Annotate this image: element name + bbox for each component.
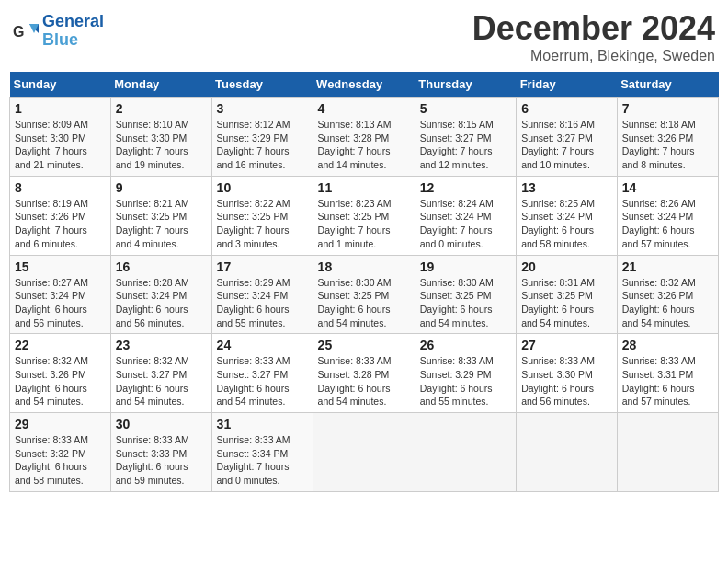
col-header-friday: Friday xyxy=(517,72,618,98)
cell-2-3: 10Sunrise: 8:22 AM Sunset: 3:25 PM Dayli… xyxy=(211,176,313,255)
day-number: 27 xyxy=(521,338,612,352)
cell-info: Sunrise: 8:18 AM Sunset: 3:26 PM Dayligh… xyxy=(622,118,713,172)
cell-2-2: 9Sunrise: 8:21 AM Sunset: 3:25 PM Daylig… xyxy=(110,176,211,255)
cell-info: Sunrise: 8:33 AM Sunset: 3:32 PM Dayligh… xyxy=(15,433,106,488)
cell-4-4: 25Sunrise: 8:33 AM Sunset: 3:28 PM Dayli… xyxy=(313,334,415,413)
cell-info: Sunrise: 8:32 AM Sunset: 3:26 PM Dayligh… xyxy=(622,276,713,330)
week-row-3: 15Sunrise: 8:27 AM Sunset: 3:24 PM Dayli… xyxy=(10,255,719,334)
title-area: December 2024 Moerrum, Blekinge, Sweden xyxy=(472,9,715,64)
cell-4-1: 22Sunrise: 8:32 AM Sunset: 3:26 PM Dayli… xyxy=(10,334,111,413)
day-number: 25 xyxy=(318,338,410,352)
cell-3-7: 21Sunrise: 8:32 AM Sunset: 3:26 PM Dayli… xyxy=(617,255,718,334)
day-number: 30 xyxy=(116,417,207,431)
month-title: December 2024 xyxy=(472,9,715,48)
cell-1-5: 5Sunrise: 8:15 AM Sunset: 3:27 PM Daylig… xyxy=(415,98,516,177)
cell-1-2: 2Sunrise: 8:10 AM Sunset: 3:30 PM Daylig… xyxy=(110,98,211,177)
cell-info: Sunrise: 8:33 AM Sunset: 3:27 PM Dayligh… xyxy=(217,354,308,408)
cell-info: Sunrise: 8:22 AM Sunset: 3:25 PM Dayligh… xyxy=(217,197,308,251)
day-number: 19 xyxy=(420,259,511,274)
day-number: 13 xyxy=(521,180,612,195)
cell-info: Sunrise: 8:10 AM Sunset: 3:30 PM Dayligh… xyxy=(116,118,207,172)
week-row-1: 1Sunrise: 8:09 AM Sunset: 3:30 PM Daylig… xyxy=(10,98,719,177)
day-number: 15 xyxy=(15,259,106,274)
cell-info: Sunrise: 8:16 AM Sunset: 3:27 PM Dayligh… xyxy=(521,118,612,172)
day-number: 4 xyxy=(318,101,410,116)
week-row-4: 22Sunrise: 8:32 AM Sunset: 3:26 PM Dayli… xyxy=(10,334,719,413)
cell-1-6: 6Sunrise: 8:16 AM Sunset: 3:27 PM Daylig… xyxy=(517,98,618,177)
location: Moerrum, Blekinge, Sweden xyxy=(472,48,715,64)
day-number: 8 xyxy=(15,180,106,195)
logo-icon: G xyxy=(13,20,40,42)
cell-2-1: 8Sunrise: 8:19 AM Sunset: 3:26 PM Daylig… xyxy=(10,176,111,255)
cell-info: Sunrise: 8:12 AM Sunset: 3:29 PM Dayligh… xyxy=(217,118,308,172)
day-number: 29 xyxy=(15,417,106,431)
cell-3-2: 16Sunrise: 8:28 AM Sunset: 3:24 PM Dayli… xyxy=(110,255,211,334)
day-number: 7 xyxy=(622,101,713,116)
cell-info: Sunrise: 8:31 AM Sunset: 3:25 PM Dayligh… xyxy=(521,276,612,330)
cell-1-3: 3Sunrise: 8:12 AM Sunset: 3:29 PM Daylig… xyxy=(211,98,313,177)
cell-2-6: 13Sunrise: 8:25 AM Sunset: 3:24 PM Dayli… xyxy=(517,176,618,255)
cell-info: Sunrise: 8:26 AM Sunset: 3:24 PM Dayligh… xyxy=(622,197,713,251)
cell-3-4: 18Sunrise: 8:30 AM Sunset: 3:25 PM Dayli… xyxy=(313,255,415,334)
cell-2-5: 12Sunrise: 8:24 AM Sunset: 3:24 PM Dayli… xyxy=(415,176,516,255)
col-header-saturday: Saturday xyxy=(617,72,718,98)
day-number: 14 xyxy=(622,180,713,195)
col-header-monday: Monday xyxy=(110,72,211,98)
cell-info: Sunrise: 8:24 AM Sunset: 3:24 PM Dayligh… xyxy=(420,197,511,251)
cell-5-2: 30Sunrise: 8:33 AM Sunset: 3:33 PM Dayli… xyxy=(110,413,211,492)
cell-1-1: 1Sunrise: 8:09 AM Sunset: 3:30 PM Daylig… xyxy=(10,98,111,177)
cell-5-6 xyxy=(517,413,618,492)
cell-4-3: 24Sunrise: 8:33 AM Sunset: 3:27 PM Dayli… xyxy=(211,334,313,413)
cell-3-6: 20Sunrise: 8:31 AM Sunset: 3:25 PM Dayli… xyxy=(517,255,618,334)
cell-info: Sunrise: 8:27 AM Sunset: 3:24 PM Dayligh… xyxy=(15,276,106,330)
col-header-sunday: Sunday xyxy=(10,72,111,98)
cell-info: Sunrise: 8:30 AM Sunset: 3:25 PM Dayligh… xyxy=(420,276,511,330)
week-row-5: 29Sunrise: 8:33 AM Sunset: 3:32 PM Dayli… xyxy=(10,413,719,492)
cell-2-4: 11Sunrise: 8:23 AM Sunset: 3:25 PM Dayli… xyxy=(313,176,415,255)
cell-4-2: 23Sunrise: 8:32 AM Sunset: 3:27 PM Dayli… xyxy=(110,334,211,413)
cell-info: Sunrise: 8:33 AM Sunset: 3:30 PM Dayligh… xyxy=(521,354,612,408)
day-number: 9 xyxy=(116,180,207,195)
cell-5-1: 29Sunrise: 8:33 AM Sunset: 3:32 PM Dayli… xyxy=(10,413,111,492)
day-number: 23 xyxy=(116,338,207,352)
logo-text: General Blue xyxy=(42,13,104,50)
cell-5-7 xyxy=(617,413,718,492)
cell-info: Sunrise: 8:33 AM Sunset: 3:33 PM Dayligh… xyxy=(116,433,207,488)
cell-info: Sunrise: 8:28 AM Sunset: 3:24 PM Dayligh… xyxy=(116,276,207,330)
cell-5-3: 31Sunrise: 8:33 AM Sunset: 3:34 PM Dayli… xyxy=(211,413,313,492)
col-header-wednesday: Wednesday xyxy=(313,72,415,98)
day-number: 28 xyxy=(622,338,713,352)
day-number: 2 xyxy=(116,101,207,116)
day-number: 3 xyxy=(217,101,308,116)
cell-5-4 xyxy=(313,413,415,492)
cell-1-4: 4Sunrise: 8:13 AM Sunset: 3:28 PM Daylig… xyxy=(313,98,415,177)
header-row: SundayMondayTuesdayWednesdayThursdayFrid… xyxy=(10,72,719,98)
cell-3-1: 15Sunrise: 8:27 AM Sunset: 3:24 PM Dayli… xyxy=(10,255,111,334)
cell-info: Sunrise: 8:29 AM Sunset: 3:24 PM Dayligh… xyxy=(217,276,308,330)
svg-text:G: G xyxy=(13,24,24,40)
cell-info: Sunrise: 8:33 AM Sunset: 3:34 PM Dayligh… xyxy=(217,433,308,488)
day-number: 10 xyxy=(217,180,308,195)
col-header-tuesday: Tuesday xyxy=(211,72,313,98)
day-number: 11 xyxy=(318,180,410,195)
cell-info: Sunrise: 8:23 AM Sunset: 3:25 PM Dayligh… xyxy=(318,197,410,251)
cell-info: Sunrise: 8:13 AM Sunset: 3:28 PM Dayligh… xyxy=(318,118,410,172)
cell-info: Sunrise: 8:32 AM Sunset: 3:27 PM Dayligh… xyxy=(116,354,207,408)
cell-info: Sunrise: 8:33 AM Sunset: 3:29 PM Dayligh… xyxy=(420,354,511,408)
cell-info: Sunrise: 8:32 AM Sunset: 3:26 PM Dayligh… xyxy=(15,354,106,408)
day-number: 22 xyxy=(15,338,106,352)
week-row-2: 8Sunrise: 8:19 AM Sunset: 3:26 PM Daylig… xyxy=(10,176,719,255)
cell-5-5 xyxy=(415,413,516,492)
cell-info: Sunrise: 8:33 AM Sunset: 3:31 PM Dayligh… xyxy=(622,354,713,408)
day-number: 12 xyxy=(420,180,511,195)
day-number: 5 xyxy=(420,101,511,116)
cell-info: Sunrise: 8:15 AM Sunset: 3:27 PM Dayligh… xyxy=(420,118,511,172)
day-number: 31 xyxy=(217,417,308,431)
calendar-table: SundayMondayTuesdayWednesdayThursdayFrid… xyxy=(9,72,719,492)
day-number: 24 xyxy=(217,338,308,352)
cell-3-5: 19Sunrise: 8:30 AM Sunset: 3:25 PM Dayli… xyxy=(415,255,516,334)
day-number: 26 xyxy=(420,338,511,352)
cell-info: Sunrise: 8:30 AM Sunset: 3:25 PM Dayligh… xyxy=(318,276,410,330)
col-header-thursday: Thursday xyxy=(415,72,516,98)
cell-4-7: 28Sunrise: 8:33 AM Sunset: 3:31 PM Dayli… xyxy=(617,334,718,413)
